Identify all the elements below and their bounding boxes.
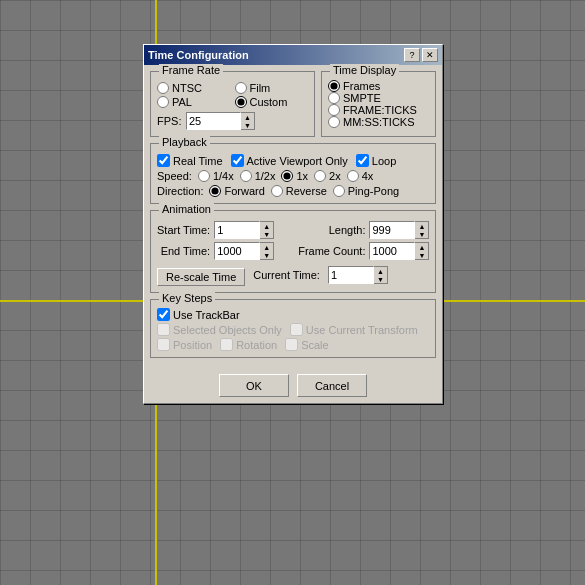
end-time-input[interactable]	[214, 242, 260, 260]
radio-forward-input[interactable]	[209, 185, 221, 197]
frame-count-up[interactable]: ▲	[415, 243, 428, 251]
current-time-label: Current Time:	[253, 269, 320, 281]
radio-smpte-input[interactable]	[328, 92, 340, 104]
start-time-arrows: ▲ ▼	[260, 221, 274, 239]
radio-frames-label: Frames	[343, 80, 380, 92]
end-time-down[interactable]: ▼	[260, 251, 273, 259]
position-label: Position	[173, 339, 212, 351]
scale-checkbox[interactable]	[285, 338, 298, 351]
time-display-radios: Frames SMPTE FRAME:TICKS MM:SS:TICKS	[328, 80, 429, 128]
radio-speed-1x: 1x	[281, 170, 308, 182]
usecurrenttransform-label: Use Current Transform	[306, 324, 418, 336]
radio-speed-half: 1/2x	[240, 170, 276, 182]
realtime-checkbox[interactable]	[157, 154, 170, 167]
keysteps-row3: Position Rotation Scale	[157, 338, 429, 351]
current-time-input[interactable]	[328, 266, 374, 284]
end-time-up[interactable]: ▲	[260, 243, 273, 251]
length-up[interactable]: ▲	[415, 222, 428, 230]
radio-mmssticks: MM:SS:TICKS	[328, 116, 429, 128]
start-time-input[interactable]	[214, 221, 260, 239]
direction-label: Direction:	[157, 185, 203, 197]
dialog-title: Time Configuration	[148, 49, 249, 61]
radio-pingpong-input[interactable]	[333, 185, 345, 197]
frame-count-down[interactable]: ▼	[415, 251, 428, 259]
length-input[interactable]	[369, 221, 415, 239]
speed-label: Speed:	[157, 170, 192, 182]
radio-speed-2x-label: 2x	[329, 170, 341, 182]
radio-reverse-label: Reverse	[286, 185, 327, 197]
speed-row: Speed: 1/4x 1/2x 1x 2x	[157, 170, 429, 182]
radio-forward: Forward	[209, 185, 264, 197]
fps-label: FPS:	[157, 115, 182, 127]
radio-ntsc-input[interactable]	[157, 82, 169, 94]
current-time-down[interactable]: ▼	[374, 275, 387, 283]
help-button[interactable]: ?	[404, 48, 420, 62]
selectedobjects-label: Selected Objects Only	[173, 324, 282, 336]
frame-rate-section: Frame Rate NTSC Film PAL	[150, 71, 315, 137]
rescale-current-row: Re-scale Time Current Time: ▲ ▼	[157, 264, 429, 286]
radio-ntsc-label: NTSC	[172, 82, 202, 94]
radio-frames-input[interactable]	[328, 80, 340, 92]
rotation-item: Rotation	[220, 338, 277, 351]
usecurrenttransform-checkbox[interactable]	[290, 323, 303, 336]
radio-reverse-input[interactable]	[271, 185, 283, 197]
start-time-up[interactable]: ▲	[260, 222, 273, 230]
radio-film-input[interactable]	[235, 82, 247, 94]
dialog-titlebar: Time Configuration ? ✕	[144, 45, 442, 65]
position-checkbox[interactable]	[157, 338, 170, 351]
length-label: Length:	[298, 224, 365, 236]
usetrackbar-checkbox[interactable]	[157, 308, 170, 321]
radio-smpte-label: SMPTE	[343, 92, 381, 104]
fps-input[interactable]	[186, 112, 241, 130]
realtime-checkbox-item: Real Time	[157, 154, 223, 167]
radio-frames: Frames	[328, 80, 429, 92]
top-sections: Frame Rate NTSC Film PAL	[150, 71, 436, 143]
key-steps-inner: Use TrackBar Selected Objects Only Use C…	[157, 308, 429, 351]
rescale-time-button[interactable]: Re-scale Time	[157, 268, 245, 286]
rotation-label: Rotation	[236, 339, 277, 351]
radio-speed-4x-input[interactable]	[347, 170, 359, 182]
time-display-section: Time Display Frames SMPTE FRAME:TICKS	[321, 71, 436, 137]
ok-button[interactable]: OK	[219, 374, 289, 397]
animation-section-label: Animation	[159, 203, 214, 215]
selectedobjects-item: Selected Objects Only	[157, 323, 282, 336]
titlebar-buttons: ? ✕	[404, 48, 438, 62]
loop-checkbox[interactable]	[356, 154, 369, 167]
scale-item: Scale	[285, 338, 329, 351]
fps-row: FPS: ▲ ▼	[157, 112, 308, 130]
fps-up-arrow[interactable]: ▲	[241, 113, 254, 121]
radio-speed-half-input[interactable]	[240, 170, 252, 182]
radio-pal-input[interactable]	[157, 96, 169, 108]
playback-row1: Real Time Active Viewport Only Loop	[157, 154, 429, 167]
radio-speed-2x-input[interactable]	[314, 170, 326, 182]
dialog-footer: OK Cancel	[144, 370, 442, 403]
length-arrows: ▲ ▼	[415, 221, 429, 239]
radio-speed-quarter-input[interactable]	[198, 170, 210, 182]
radio-speed-2x: 2x	[314, 170, 341, 182]
activeviewport-checkbox[interactable]	[231, 154, 244, 167]
loop-label: Loop	[372, 155, 396, 167]
radio-speed-1x-input[interactable]	[281, 170, 293, 182]
rotation-checkbox[interactable]	[220, 338, 233, 351]
length-down[interactable]: ▼	[415, 230, 428, 238]
radio-speed-1x-label: 1x	[296, 170, 308, 182]
radio-speed-half-label: 1/2x	[255, 170, 276, 182]
selectedobjects-checkbox[interactable]	[157, 323, 170, 336]
radio-custom-input[interactable]	[235, 96, 247, 108]
frame-count-input[interactable]	[369, 242, 415, 260]
radio-mmssticks-input[interactable]	[328, 116, 340, 128]
close-button[interactable]: ✕	[422, 48, 438, 62]
end-time-label: End Time:	[157, 245, 210, 257]
loop-checkbox-item: Loop	[356, 154, 396, 167]
start-time-down[interactable]: ▼	[260, 230, 273, 238]
fps-down-arrow[interactable]: ▼	[241, 121, 254, 129]
fps-arrows: ▲ ▼	[241, 112, 255, 130]
radio-frameticks-input[interactable]	[328, 104, 340, 116]
dialog-content: Frame Rate NTSC Film PAL	[144, 65, 442, 370]
current-time-up[interactable]: ▲	[374, 267, 387, 275]
scale-label: Scale	[301, 339, 329, 351]
time-display-label: Time Display	[330, 64, 399, 76]
radio-speed-4x-label: 4x	[362, 170, 374, 182]
cancel-button[interactable]: Cancel	[297, 374, 367, 397]
usetrackbar-item: Use TrackBar	[157, 308, 429, 321]
